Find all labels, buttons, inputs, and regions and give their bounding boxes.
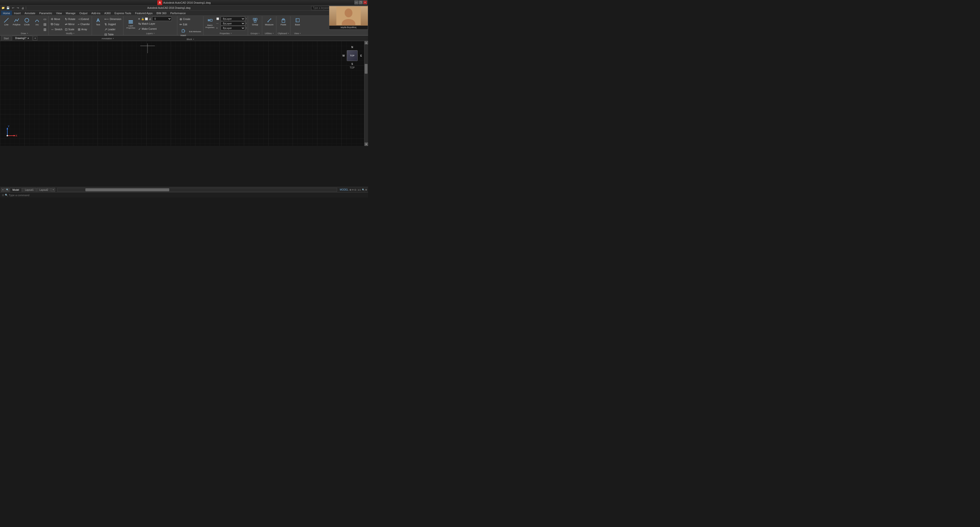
command-input[interactable] [9, 194, 366, 197]
snap-toggle[interactable]: ✛ [352, 189, 354, 191]
linetype-dropdown[interactable]: ByLayer [221, 21, 245, 25]
menu-parametric[interactable]: Parametric [37, 11, 54, 15]
paste-button[interactable]: Paste [278, 17, 289, 27]
start-tab[interactable]: Start [1, 36, 11, 40]
make-current-button[interactable]: ✓ Make Current [137, 26, 172, 31]
menu-featured[interactable]: Featured Apps [133, 11, 154, 15]
draw-arc-button[interactable]: Arc [32, 17, 42, 27]
scroll-up-button[interactable]: ▲ [364, 41, 368, 45]
create-button[interactable]: ⊕ Create [178, 17, 191, 21]
draw-polyline-button[interactable]: Polyline [12, 17, 21, 27]
view-group-arrow[interactable]: ▾ [300, 32, 301, 34]
text-button[interactable]: A Text [93, 17, 103, 27]
qat-save[interactable]: 💾 [6, 6, 10, 10]
layer-properties-button[interactable]: Layer Properties [125, 18, 137, 30]
draw-rect-button[interactable]: ▭ [43, 17, 47, 21]
menu-bim360[interactable]: BIM 360 [154, 11, 168, 15]
annotation-group-arrow[interactable]: ▾ [113, 38, 114, 40]
qat-undo[interactable]: ↩ [11, 6, 15, 10]
measure-button[interactable]: Measure [263, 17, 275, 27]
base-button[interactable]: Base [292, 17, 304, 27]
qat-print[interactable]: 🖨 [21, 6, 25, 10]
chamfer-button[interactable]: ⌐ Chamfer [77, 22, 91, 27]
menu-home[interactable]: Home [1, 11, 12, 15]
modify-group-arrow[interactable]: ▾ [73, 32, 75, 34]
scroll-down-button[interactable]: ▼ [364, 142, 368, 146]
layer-freeze-btn[interactable]: ❄ [137, 17, 141, 21]
table-button[interactable]: ⊟ Table [103, 32, 122, 37]
edit-attributes-button[interactable]: Edit Attributes [188, 30, 202, 35]
close-button[interactable]: ✕ [363, 0, 367, 5]
utilities-group-arrow[interactable]: ▾ [273, 32, 274, 34]
block-group-arrow[interactable]: ▾ [193, 38, 194, 40]
extend-button[interactable]: ⊣ Extend [77, 17, 91, 21]
edit-button[interactable]: ✏ Edit [178, 22, 188, 27]
copy-button[interactable]: ⧉ Copy [50, 22, 64, 27]
qat-open[interactable]: 📁 [1, 6, 5, 10]
draw-gradient-button[interactable]: ▥ [43, 27, 47, 32]
menu-view[interactable]: View [54, 11, 64, 15]
scale-button[interactable]: ⊡ Scale [64, 27, 76, 32]
insert-button[interactable]: Insert [178, 27, 188, 38]
layers-group-arrow[interactable]: ▾ [154, 32, 154, 34]
rotate-button[interactable]: ↻ Rotate [64, 17, 76, 21]
match-layer-button[interactable]: ⇆ Match Layer [137, 21, 172, 26]
scroll-thumb-v[interactable] [364, 64, 368, 74]
clipboard-group-arrow[interactable]: ▾ [288, 32, 289, 34]
move-button[interactable]: ✛ Move [50, 17, 64, 21]
menu-addins[interactable]: Add-ins [89, 11, 102, 15]
mirror-button[interactable]: ⇌ Mirror [64, 22, 76, 27]
viewcube-face[interactable]: TOP [347, 50, 358, 61]
add-layout-button[interactable]: + [51, 188, 55, 192]
linetype-dropdown-arrow[interactable]: ▾ [246, 22, 247, 24]
add-tab-button[interactable]: + [33, 36, 37, 40]
scrollbar-vertical[interactable]: ▲ ▼ [364, 41, 368, 146]
dimension-button[interactable]: ⟵ Dimension [103, 17, 122, 21]
groups-group-arrow[interactable]: ▾ [259, 32, 259, 34]
stretch-button[interactable]: ↔ Stretch [50, 27, 64, 32]
scroll-thumb-h[interactable] [85, 188, 169, 191]
layout-search-button[interactable]: 🔍 [5, 188, 9, 192]
layer-select[interactable]: 0 [152, 17, 172, 21]
menu-express[interactable]: Express Tools [113, 11, 133, 15]
menu-a360[interactable]: A360 [102, 11, 113, 15]
draw-group-arrow[interactable]: ▾ [27, 32, 28, 34]
minimize-button[interactable]: — [355, 0, 358, 5]
viewcube-preset[interactable]: TOP [350, 66, 355, 69]
grid-toggle[interactable]: ⊞ [350, 189, 352, 191]
command-search-icon[interactable]: 🔍 [5, 194, 8, 196]
draw-line-button[interactable]: Line [2, 17, 11, 27]
jogged-button[interactable]: ↯ Jogged [103, 22, 122, 27]
layout2-tab[interactable]: Layout2 [37, 188, 51, 192]
menu-insert[interactable]: Insert [12, 11, 23, 15]
array-button[interactable]: ⊞ Array [77, 27, 91, 32]
scrollbar-horizontal[interactable] [57, 188, 337, 192]
layout1-tab[interactable]: Layout1 [22, 188, 37, 192]
menu-manage[interactable]: Manage [64, 11, 78, 15]
lineweight-dropdown[interactable]: ByLayer [221, 26, 245, 30]
draw-hatch-button[interactable]: ▤ [43, 22, 47, 27]
model-label[interactable]: MODEL [339, 188, 349, 191]
draw-circle-button[interactable]: Circle [22, 17, 32, 27]
close-tab-icon[interactable]: ✕ [27, 37, 29, 40]
menu-output[interactable]: Output [78, 11, 89, 15]
settings-toggle[interactable]: ⚙ [365, 189, 367, 191]
leader-button[interactable]: ↗ Leader [103, 27, 122, 32]
menu-annotate[interactable]: Annotate [23, 11, 37, 15]
group-button[interactable]: Group [249, 17, 261, 27]
match-properties-button[interactable]: Match Properties [205, 18, 215, 30]
properties-group-arrow[interactable]: ▾ [231, 32, 232, 34]
menu-performance[interactable]: Performance [168, 11, 188, 15]
layer-print-btn[interactable]: 🖨 [148, 17, 152, 21]
layer-color-btn[interactable]: ⬜ [145, 17, 148, 21]
drawing-canvas[interactable]: N S E W TOP TOP Y X [0, 41, 368, 146]
color-dropdown[interactable]: ByLayer [221, 17, 245, 21]
lineweight-dropdown-arrow[interactable]: ▾ [246, 27, 247, 29]
qat-redo[interactable]: ↪ [16, 6, 20, 10]
layer-lock-btn[interactable]: 🔓 [141, 17, 145, 21]
color-dropdown-arrow[interactable]: ▾ [246, 18, 247, 20]
zoom-toggle[interactable]: 🔍 [362, 189, 364, 191]
model-tab[interactable]: Model [10, 188, 22, 192]
doc-tab-drawing1[interactable]: Drawing1* ✕ [12, 36, 32, 40]
autocad-logo[interactable]: A [158, 0, 162, 5]
